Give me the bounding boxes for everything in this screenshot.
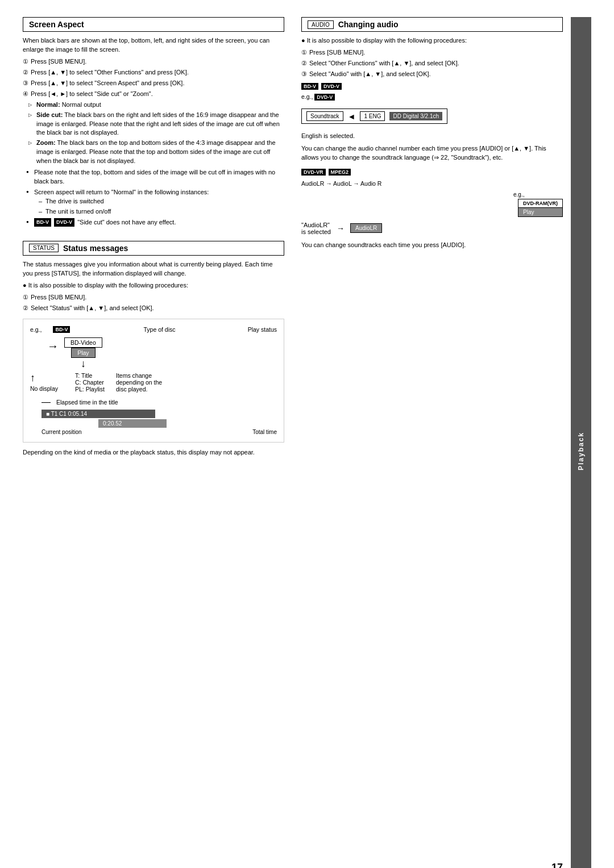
status-messages-title: Status messages xyxy=(63,244,128,253)
audio-flow-text: AudioLR → AudioL → Audio R xyxy=(301,180,381,187)
status-messages-header: STATUS Status messages xyxy=(23,241,284,256)
dvdram-box: DVD-RAM(VR) Play xyxy=(518,199,563,217)
is-selected: is selected xyxy=(301,228,331,235)
depending: depending on the xyxy=(116,379,162,386)
step-1-text: Press [SUB MENU]. xyxy=(31,57,86,66)
screen-aspect-header: Screen Aspect xyxy=(23,17,284,32)
screen-aspect-title: Screen Aspect xyxy=(29,20,84,29)
dvdvr-tag: DVD-VR xyxy=(301,169,326,176)
page-number: 17 xyxy=(551,862,563,868)
eg-label: e.g., xyxy=(30,326,42,333)
status-row: Current position Total time xyxy=(42,429,277,435)
status-diagram: e.g., BD-V Type of disc Play status → xyxy=(23,319,284,443)
status-footer: Depending on the kind of media or the pl… xyxy=(23,448,284,457)
t1-label: ■ T1 C1 0:05.14 xyxy=(42,410,155,418)
audio-desc1: You can change the audio channel number … xyxy=(301,144,563,162)
dvdram-example: e.g., DVD-RAM(VR) Play xyxy=(301,191,563,217)
audio-step-2: ② Select "Other Functions" with [▲, ▼], … xyxy=(301,59,563,68)
note-2: Screen aspect will return to "Normal" in… xyxy=(26,188,284,216)
option-zoom: Zoom: The black bars on the top and bott… xyxy=(28,139,284,166)
disc-played: disc played. xyxy=(116,386,162,393)
play-status-label: Play status xyxy=(248,326,277,333)
playback-sidebar: Playback xyxy=(571,17,591,868)
audiolr-text: "AudioLR" xyxy=(301,222,331,228)
status-intro: The status messages give you information… xyxy=(23,260,284,278)
bdv-eg-tag: BD-V xyxy=(53,326,70,333)
changing-audio-title: Changing audio xyxy=(338,20,399,29)
dvdram-play: Play xyxy=(518,208,562,216)
dvdram-header: DVD-RAM(VR) xyxy=(518,199,562,208)
status-step-2: ② Select "Status" with [▲, ▼], and selec… xyxy=(23,304,284,313)
audiolr-selected: "AudioLR" is selected → AudioLR xyxy=(301,222,563,235)
step-4: ④ Press [◄, ►] to select "Side cut" or "… xyxy=(23,90,284,99)
t-label: T: Title xyxy=(75,372,105,379)
current-pos: Current position xyxy=(42,429,252,435)
total-time: Total time xyxy=(252,429,277,435)
c-label: C: Chapter xyxy=(75,379,105,386)
status-step-1: ① Press [SUB MENU]. xyxy=(23,293,284,302)
option-sidecut: Side cut: The black bars on the right an… xyxy=(28,111,284,138)
changing-audio-section: AUDIO Changing audio ● It is also possib… xyxy=(301,17,563,250)
status-messages-section: STATUS Status messages The status messag… xyxy=(23,241,284,457)
audio-desc2: You can change soundtracks each time you… xyxy=(301,241,563,250)
dvdv-example: e.g., DVD-V xyxy=(301,93,563,101)
playback-label: Playback xyxy=(577,432,585,470)
eg2-label: e.g., xyxy=(513,191,563,198)
eg-dvdv-label: e.g., xyxy=(301,93,313,100)
soundtrack-bar: Soundtrack ◄ 1 ENG DD Digital 3/2.1ch xyxy=(301,108,447,124)
sub-note-2: The unit is turned on/off xyxy=(34,207,284,216)
progress-section: — Elapsed time in the title ■ T1 C1 0:05… xyxy=(42,397,277,435)
step-3-text: Press [▲, ▼] to select "Screen Aspect" a… xyxy=(31,79,184,88)
audio-badge: AUDIO xyxy=(308,20,334,29)
screen-aspect-options: Normal: Normal output Side cut: The blac… xyxy=(28,101,284,166)
elapsed-label: Elapsed time in the title xyxy=(56,399,118,406)
screen-aspect-section: Screen Aspect When black bars are shown … xyxy=(23,17,284,227)
note-1: Please note that the top, bottom and sid… xyxy=(26,168,284,186)
sub-note-1: The drive is switched xyxy=(34,197,284,206)
audio-step-1: ① Press [SUB MENU]. xyxy=(301,48,563,57)
step-1: ① Press [SUB MENU]. xyxy=(23,57,284,66)
step-3: ③ Press [▲, ▼] to select "Screen Aspect"… xyxy=(23,79,284,88)
play-box: Play xyxy=(71,348,95,358)
audio-also: ● It is also possible to display with th… xyxy=(301,36,563,45)
dvdv-tag: DVD-V xyxy=(54,218,74,227)
dvdv-eg-tag: DVD-V xyxy=(314,94,335,101)
mpeg2-tag: MPEG2 xyxy=(329,169,351,176)
dvdvr-section: DVD-VR MPEG2 AudioLR → AudioL → Audio R … xyxy=(301,168,563,235)
dvdvr-tags: DVD-VR MPEG2 xyxy=(301,168,563,176)
items-change: Items change xyxy=(116,372,162,379)
dvdv-tag2: DVD-V xyxy=(321,83,342,90)
digital-label: DD Digital 3/2.1ch xyxy=(389,112,442,120)
step-2: ② Press [▲, ▼] to select "Other Function… xyxy=(23,68,284,77)
screen-aspect-intro: When black bars are shown at the top, bo… xyxy=(23,36,284,55)
option-normal: Normal: Normal output xyxy=(28,101,284,110)
time-label: 0:20.52 xyxy=(98,419,167,428)
soundtrack-label: Soundtrack xyxy=(306,111,343,121)
eng-label: 1 ENG xyxy=(360,111,385,121)
english-selected: English is selected. xyxy=(301,132,563,141)
changing-audio-header: AUDIO Changing audio xyxy=(301,17,563,32)
bd-video-box: BD-Video xyxy=(64,337,102,348)
step-4-text: Press [◄, ►] to select "Side cut" or "Zo… xyxy=(31,90,153,99)
pl-label: PL: Playlist xyxy=(75,386,105,393)
no-display: ↑ No display xyxy=(30,372,58,392)
audiolr-flow: AudioLR → AudioL → Audio R xyxy=(301,180,563,187)
bdv-tag2: BD-V xyxy=(301,83,318,90)
status-badge: STATUS xyxy=(29,244,59,252)
type-disc-label: Type of disc xyxy=(82,326,236,333)
bdv-tag: BD-V xyxy=(34,218,51,227)
screen-aspect-notes: Please note that the top, bottom and sid… xyxy=(26,168,284,227)
audio-step-3: ③ Select "Audio" with [▲, ▼], and select… xyxy=(301,70,563,79)
bdv-dvdv-tags: BD-V DVD-V xyxy=(301,82,563,90)
step-2-text: Press [▲, ▼] to select "Other Functions"… xyxy=(31,68,189,77)
note-3: BD-V DVD-V "Side cut" does not have any … xyxy=(26,218,284,227)
status-also: ● It is also possible to display with th… xyxy=(23,281,284,290)
audiolr-button: AudioLR xyxy=(350,223,382,233)
